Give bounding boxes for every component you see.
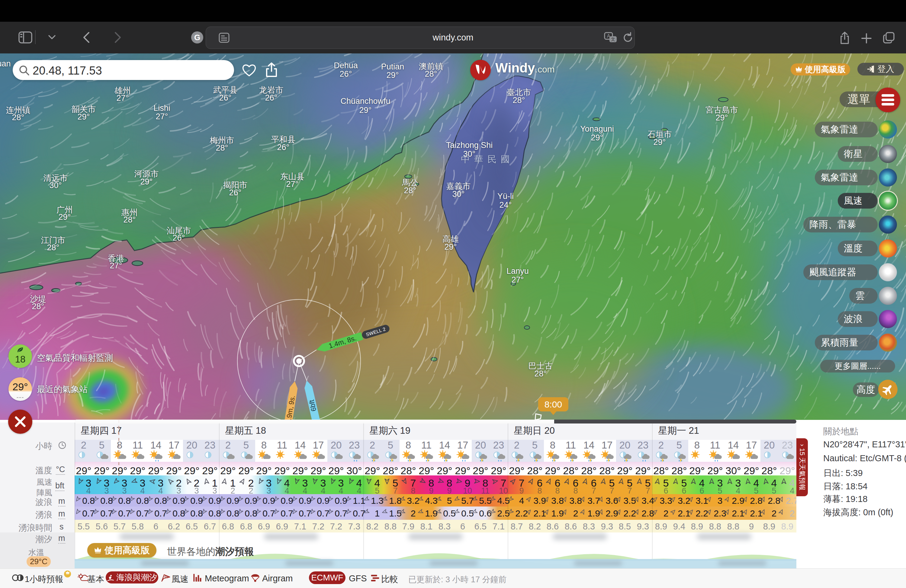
svg-text:1.9m, 9s.: 1.9m, 9s. bbox=[284, 395, 296, 420]
svg-text:1.4m, 8s.: 1.4m, 8s. bbox=[328, 334, 357, 350]
svg-text:文: 文 bbox=[611, 37, 615, 41]
svg-text:6bft: 6bft bbox=[308, 399, 318, 412]
